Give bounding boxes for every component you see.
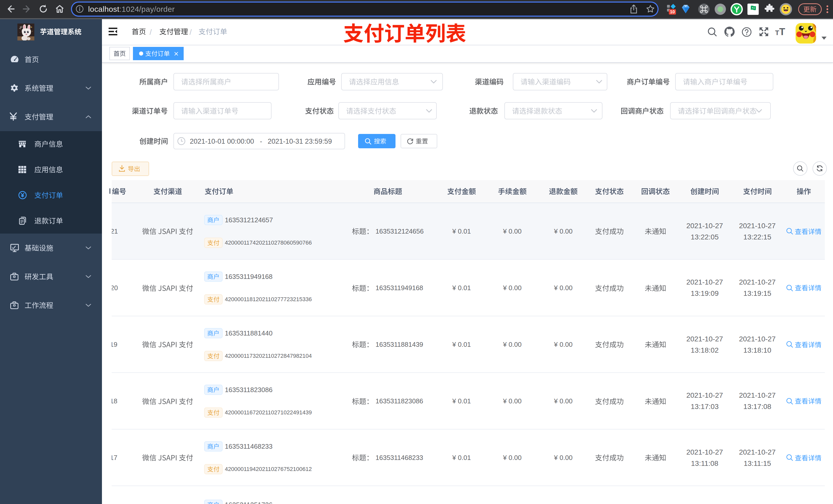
svg-text:10: 10 — [670, 9, 675, 14]
